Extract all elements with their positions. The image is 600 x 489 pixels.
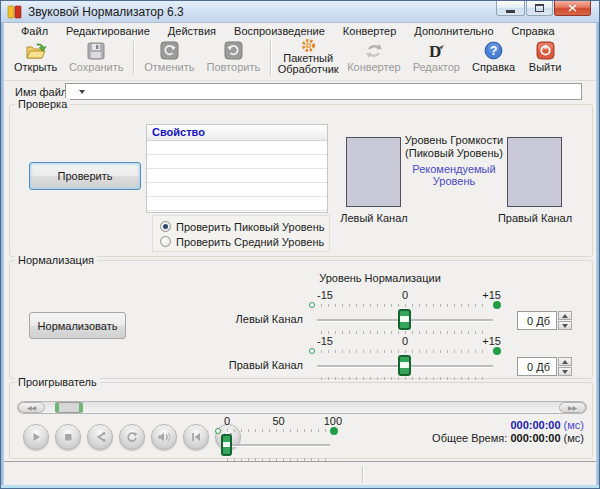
menu-file[interactable]: Файл	[12, 24, 57, 38]
seek-right-button[interactable]: ▶▶	[559, 402, 586, 413]
filename-combobox[interactable]	[65, 83, 582, 100]
seek-bar[interactable]: ◀◀ ▶▶	[17, 401, 587, 414]
toolbar-redo-button[interactable]: Повторить	[200, 39, 266, 73]
floppy-disk-icon	[87, 40, 105, 61]
previous-track-button[interactable]	[183, 424, 209, 450]
radio-average-option[interactable]: Проверить Средний Уровень	[160, 234, 329, 249]
status-bar-divider	[362, 466, 363, 483]
power-exit-icon	[536, 40, 555, 61]
property-table[interactable]: Свойство	[146, 124, 328, 213]
minimize-button[interactable]	[496, 1, 525, 16]
arrow-down-icon	[562, 324, 568, 328]
spin-up-button[interactable]	[558, 311, 572, 320]
table-row	[147, 197, 327, 211]
player-buttons	[23, 424, 241, 450]
spinner-buttons	[558, 357, 572, 376]
toolbar-separator	[270, 41, 271, 75]
toolbar-converter-button[interactable]: Конвертер	[341, 39, 406, 73]
tick-marks	[321, 377, 487, 380]
window-title: Звуковой Нормализатор 6.3	[28, 5, 184, 19]
current-time-line: 000:00:00 (мс)	[432, 419, 584, 432]
menu-converter[interactable]: Конвертер	[334, 24, 405, 38]
app-window: Звуковой Нормализатор 6.3 Файл Редактиро…	[0, 0, 600, 489]
left-db-value[interactable]: 0 Дб	[517, 311, 557, 330]
spin-down-button[interactable]	[558, 321, 572, 330]
normalize-button-label: Нормализовать	[38, 320, 118, 332]
chevron-down-icon[interactable]	[79, 90, 85, 94]
toolbar-exit-button[interactable]: Выйти	[521, 39, 569, 73]
check-group-label: Проверка	[15, 98, 70, 110]
toolbar-open-button[interactable]: Открыть	[8, 39, 63, 73]
toolbar-editor-button[interactable]: D Редактор	[407, 39, 466, 73]
left-channel-slider[interactable]: -15 0 +15	[309, 289, 501, 334]
volume-button[interactable]	[151, 424, 177, 450]
volume-mid-label: 50	[272, 415, 284, 427]
right-channel-slider[interactable]: -15 0 +15	[309, 335, 501, 380]
seek-left-button[interactable]: ◀◀	[18, 402, 45, 413]
check-button-label: Проверить	[57, 170, 112, 182]
current-time-value: 000:00:00	[510, 419, 560, 431]
slider-thumb[interactable]	[398, 309, 411, 330]
radio-unselected-icon[interactable]	[160, 236, 171, 247]
property-table-header[interactable]: Свойство	[147, 125, 327, 141]
toolbar-undo-label: Отменить	[144, 62, 194, 73]
volume-slider[interactable]: 0 50 100	[215, 415, 342, 461]
seek-thumb[interactable]	[55, 402, 83, 413]
radio-average-label: Проверить Средний Уровень	[176, 236, 324, 248]
toolbar-undo-button[interactable]: Отменить	[138, 39, 200, 73]
slider-thumb[interactable]	[221, 434, 232, 456]
editor-d-icon: D	[426, 40, 446, 61]
table-row	[147, 183, 327, 197]
range-start-dot-icon	[309, 348, 315, 354]
shuffle-button[interactable]	[87, 424, 113, 450]
toolbar-batch-button[interactable]: Пакетный Обработчик	[275, 39, 341, 75]
menu-help[interactable]: Справка	[503, 24, 564, 38]
toolbar-save-button[interactable]: Сохранить	[63, 39, 129, 73]
play-icon	[30, 431, 42, 443]
check-button[interactable]: Проверить	[29, 162, 141, 190]
volume-max-label: 100	[324, 415, 342, 427]
repeat-icon	[126, 431, 138, 443]
menu-edit[interactable]: Редактирование	[57, 24, 159, 38]
right-db-value[interactable]: 0 Дб	[517, 357, 557, 376]
menu-playback[interactable]: Воспроизведение	[225, 24, 334, 38]
normalize-button[interactable]: Нормализовать	[29, 312, 126, 339]
maximize-button[interactable]	[526, 1, 553, 16]
stop-button[interactable]	[55, 424, 81, 450]
toolbar-open-label: Открыть	[14, 62, 57, 73]
toolbar-help-button[interactable]: ? Справка	[466, 39, 521, 73]
total-time-label: Общее Время:	[432, 432, 507, 444]
right-channel-caption: Правый Канал	[487, 212, 583, 224]
radio-peak-option[interactable]: Проверить Пиковый Уровень	[160, 219, 329, 234]
slider-track-area[interactable]	[309, 355, 501, 377]
tick-marks	[321, 331, 487, 334]
time-display: 000:00:00 (мс) Общее Время: 000:00:00 (м…	[432, 419, 584, 445]
close-button[interactable]	[554, 1, 591, 16]
spin-up-button[interactable]	[558, 357, 572, 366]
spin-down-button[interactable]	[558, 367, 572, 376]
arrow-up-icon	[562, 360, 568, 364]
slider-scale: -15 0 +15	[309, 289, 501, 301]
left-channel-slider-label: Левый Канал	[193, 313, 303, 325]
menu-actions[interactable]: Действия	[159, 24, 225, 38]
total-time-line: Общее Время: 000:00:00 (мс)	[432, 432, 584, 445]
toolbar-separator	[133, 41, 134, 75]
right-channel-slider-label: Правый Канал	[193, 359, 303, 371]
play-button[interactable]	[23, 424, 49, 450]
radio-selected-icon[interactable]	[160, 221, 171, 232]
slider-thumb[interactable]	[398, 355, 411, 376]
speaker-icon	[157, 431, 171, 443]
menu-extra[interactable]: Дополнительно	[405, 24, 502, 38]
scale-min: -15	[317, 335, 333, 347]
slider-track[interactable]	[223, 444, 330, 446]
titlebar[interactable]: Звуковой Нормализатор 6.3	[1, 1, 599, 23]
slider-track-area[interactable]	[215, 434, 342, 458]
repeat-button[interactable]	[119, 424, 145, 450]
recommended-level-link[interactable]: Рекомендуемый Уровень	[402, 163, 506, 187]
spinner-buttons	[558, 311, 572, 330]
minimize-icon	[506, 10, 515, 13]
convert-arrows-icon	[364, 40, 384, 61]
slider-track-area[interactable]	[309, 309, 501, 331]
window-border-bottom	[1, 485, 599, 488]
toolbar-exit-label: Выйти	[529, 62, 562, 73]
